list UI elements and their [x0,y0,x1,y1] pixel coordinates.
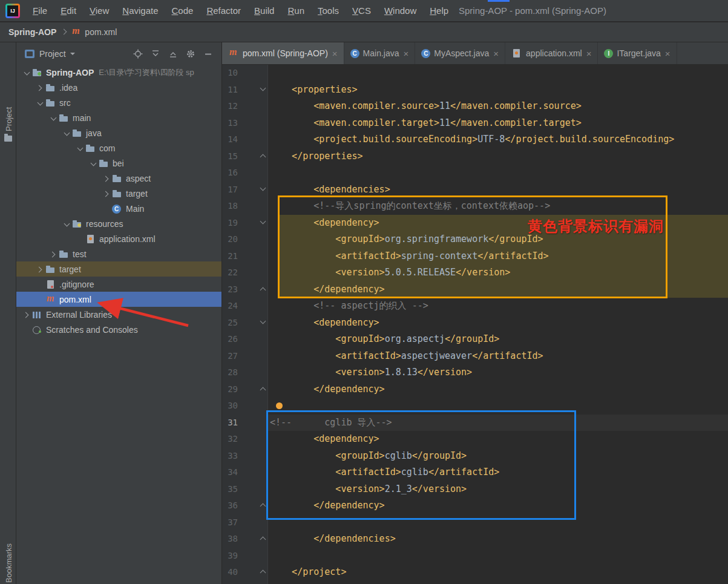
tree-item-label: Main [126,204,144,214]
tree-item-external-libraries[interactable]: External Libraries [16,307,221,322]
tree-item-target[interactable]: target [16,186,221,201]
fold-collapse-icon[interactable] [260,319,267,326]
fold-collapse-icon[interactable] [260,219,267,226]
tab-itarget.java[interactable]: ITarget.java× [598,42,677,64]
chevron-down-icon[interactable] [89,159,99,168]
tree-item-resources[interactable]: resources [16,216,221,231]
tree-item-pom.xml[interactable]: pom.xml [16,292,221,307]
code-line-14[interactable]: 14 <project.build.sourceEncoding>UTF-8</… [222,131,728,148]
tab-main.java[interactable]: Main.java× [344,42,416,64]
line-number: 28 [222,364,238,381]
tree-item-label: com [99,143,115,153]
menu-navigate[interactable]: Navigate [116,1,165,21]
chevron-down-icon[interactable] [62,219,72,229]
code-line-28[interactable]: 28 <version>1.8.13</version> [222,364,728,381]
menu-tools[interactable]: Tools [311,1,346,21]
tree-item-test[interactable]: test [16,246,221,261]
fold-end-icon[interactable] [260,286,267,293]
hide-panel-icon[interactable] [203,49,213,59]
tool-stripe-project[interactable]: Project [4,107,13,131]
chevron-down-icon[interactable] [49,113,59,123]
chevron-right-icon[interactable] [102,189,112,198]
fold-end-icon[interactable] [260,568,267,576]
menu-view[interactable]: View [83,1,116,21]
tree-item-bei[interactable]: bei [16,156,221,171]
code-text: <groupId>org.aspectj</groupId> [270,331,499,348]
tab-pom.xml-spring-aop-[interactable]: pom.xml (Spring-AOP)× [222,42,344,64]
menu-refactor[interactable]: Refactor [200,1,248,21]
folder-icon[interactable] [4,136,12,142]
tree-item-application.xml[interactable]: application.xml [16,231,221,246]
tree-item-main[interactable]: Main [16,201,221,216]
code-line-27[interactable]: 27 <artifactId>aspectjweaver</artifactId… [222,348,728,365]
code-line-38[interactable]: 38 </dependencies> [222,531,728,548]
breadcrumb-file[interactable]: pom.xml [85,27,117,37]
code-line-12[interactable]: 12 <maven.compiler.source>11</maven.comp… [222,98,728,115]
menu-code[interactable]: Code [165,1,200,21]
chevron-down-icon[interactable] [22,68,32,77]
tree-item-.idea[interactable]: .idea [16,80,221,95]
tab-close-icon[interactable]: × [404,49,409,58]
menu-file[interactable]: File [26,1,54,21]
tab-close-icon[interactable]: × [493,49,499,58]
code-line-24[interactable]: 24 <!-- aspectj的织入 --> [222,298,728,315]
tool-stripe-bookmarks[interactable]: Bookmarks [4,543,13,583]
code-line-25[interactable]: 25 <dependency> [222,315,728,332]
locate-file-icon[interactable] [133,49,143,59]
fold-collapse-icon[interactable] [260,86,267,93]
tab-close-icon[interactable]: × [665,49,671,58]
tree-item-java[interactable]: java [16,125,221,140]
chevron-down-icon[interactable] [76,143,85,153]
tree-item-label: .idea [59,83,77,93]
tab-close-icon[interactable]: × [586,49,592,58]
code-line-15[interactable]: 15 </properties> [222,148,728,165]
chevron-none-icon [36,280,45,289]
fold-end-icon[interactable] [260,535,267,542]
tree-item-aspect[interactable]: aspect [16,171,221,186]
fold-end-icon[interactable] [260,153,267,160]
chevron-right-icon[interactable] [49,249,59,259]
collapse-all-icon[interactable] [168,49,178,59]
tab-myaspect.java[interactable]: MyAspect.java× [415,42,505,64]
tree-item-src[interactable]: src [16,95,221,110]
fold-end-icon[interactable] [260,386,267,393]
tree-item-spring-aop[interactable]: Spring-AOPE:\目录\学习资料\四阶段 sp [16,65,221,80]
breadcrumb-project[interactable]: Spring-AOP [8,27,56,37]
tree-item-com[interactable]: com [16,140,221,156]
tree-item-main[interactable]: main [16,110,221,125]
code-line-40[interactable]: 40 </project> [222,564,728,581]
chevron-right-icon[interactable] [22,310,32,320]
folder-resources-icon [72,219,83,229]
menu-run[interactable]: Run [281,1,311,21]
chevron-down-icon[interactable] [62,128,72,138]
project-view-title[interactable]: Project [39,49,66,59]
fold-collapse-icon[interactable] [260,186,267,193]
menu-window[interactable]: Window [378,1,423,21]
code-line-29[interactable]: 29 </dependency> [222,381,728,398]
code-line-16[interactable]: 16 [222,165,728,182]
tab-close-icon[interactable]: × [332,49,338,58]
chevron-right-icon[interactable] [102,174,112,183]
line-number: 14 [222,131,238,148]
code-line-39[interactable]: 39 [222,548,728,565]
code-line-11[interactable]: 11 <properties> [222,82,728,99]
maven-icon [45,295,56,304]
settings-gear-icon[interactable] [186,49,195,59]
code-line-10[interactable]: 10 [222,65,728,82]
editor-body[interactable]: 1011 <properties>12 <maven.compiler.sour… [222,65,728,584]
code-line-26[interactable]: 26 <groupId>org.aspectj</groupId> [222,331,728,348]
tree-item-.gitignore[interactable]: .gitignore [16,277,221,292]
chevron-right-icon[interactable] [36,83,45,93]
left-tool-stripe: Project Bookmarks Structure [0,42,16,584]
menu-vcs[interactable]: VCS [346,1,378,21]
expand-all-icon[interactable] [151,49,160,59]
chevron-down-icon[interactable] [36,98,45,108]
tab-application.xml[interactable]: application.xml× [505,42,598,64]
tree-item-scratches-and-consoles[interactable]: Scratches and Consoles [16,322,221,337]
chevron-down-icon[interactable] [70,53,75,55]
menu-edit[interactable]: Edit [54,1,83,21]
chevron-right-icon[interactable] [36,264,45,274]
tree-item-target[interactable]: target [16,261,221,277]
menu-build[interactable]: Build [248,1,281,21]
code-line-13[interactable]: 13 <maven.compiler.target>11</maven.comp… [222,115,728,132]
